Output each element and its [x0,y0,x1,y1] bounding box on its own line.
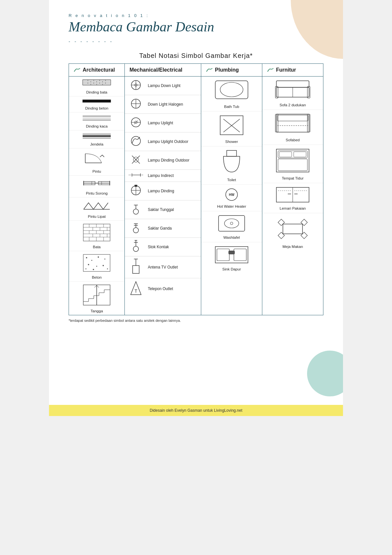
plumb-sink-dapur: Sink Dapur [201,242,262,274]
svg-marker-160 [278,232,285,239]
svg-rect-134 [234,249,246,261]
mech-lampu-uplight-outdoor: Lampu Uplight Outdoor [125,132,201,151]
arch-label-tangga: Tangga [72,309,121,313]
symbol-saklar-tunggal [128,202,144,217]
arch-pintu-sorong: Pintu Sorong [69,176,124,198]
symbol-lampu-uplight-outdoor [128,134,144,149]
mech-lampu-dinding-outdoor: Lampu Dinding Outdoor [125,151,201,170]
plumb-toilet: Toilet [201,147,262,185]
plumb-label-toilet: Toilet [203,178,260,182]
col-label-furniture: Furnitur [276,67,296,73]
mech-lampu-uplight: Lampu Uplight [125,114,201,132]
mech-label-stok-kontak: Stok Kontak [148,245,169,249]
furniture-column: Sofa 2 dudukan Sofabed [262,77,323,315]
mech-lampu-downlight: Lampu Down Light [125,77,201,95]
leaf-icon-arch [74,68,81,72]
mech-stok-kontak: Stok Kontak [125,238,201,256]
mech-label-lampu-indirect: Lampu Indirect [148,173,173,178]
furn-lemari-pakaian: Lemari Pakaian [262,183,323,213]
arch-label-pintu-lipat: Pintu Lipat [72,215,121,218]
svg-rect-20 [83,100,111,102]
plumb-label-shower: Shower [203,140,260,144]
header-subtitle: R e n o v a t i o n 1 0 1 : [69,13,323,18]
leaf-icon-plumb [206,68,213,72]
col-header-furniture: Furnitur [262,64,323,77]
svg-rect-149 [294,152,306,157]
furn-label-sofabed: Sofabed [264,138,321,142]
svg-point-64 [96,266,97,267]
svg-marker-158 [278,219,285,226]
mech-label-lampu-dinding: Lampu Dinding [148,189,174,193]
header-title: Membaca Gambar Desain [69,19,323,34]
footer-text: Didesain oleh Evelyn Gasman untuk Living… [150,408,242,413]
svg-text:HW: HW [229,193,235,197]
arch-label-pintu: Pintu [72,169,121,173]
arch-label-dinding-bata: Dinding bata [72,90,121,94]
mechanical-column: Lampu Down Light Down Light Halogen [125,77,201,315]
svg-point-66 [107,269,108,269]
plumb-bathtub: Bath Tub [201,77,262,112]
content-row: Dinding bata Dinding beton D [69,77,323,315]
arch-label-dinding-kaca: Dinding kaca [72,124,121,128]
col-label-plumbing: Plumbing [215,67,239,73]
svg-marker-159 [301,219,307,226]
svg-rect-118 [133,266,139,273]
plumb-label-bathtub: Bath Tub [203,105,260,109]
svg-rect-141 [276,114,309,132]
arch-jendela: Jendela [69,130,124,148]
arch-label-pintu-sorong: Pintu Sorong [72,191,121,195]
svg-point-131 [230,222,233,225]
furn-label-tempat-tidur: Tempat Tidur [264,176,321,180]
mech-label-saklar-ganda: Saklar Ganda [148,226,172,231]
furn-tempat-tidur: Tempat Tidur [262,145,323,183]
svg-text:T: T [135,288,138,294]
svg-rect-136 [276,81,309,87]
deco-bottom-right [307,351,343,396]
plumb-hot-water: HW Hot Water Heater [201,185,262,211]
furn-label-sofa2: Sofa 2 dudukan [264,103,321,107]
arch-pintu: Pintu [69,148,124,176]
main-table: Architectural Mechanical/Electrical Plum… [69,63,323,315]
col-label-mechanical: Mechanical/Electrical [129,67,182,73]
svg-marker-161 [301,232,307,239]
header-row: Architectural Mechanical/Electrical Plum… [69,64,323,77]
col-header-architectural: Architectural [69,64,125,77]
symbol-stok-kontak [128,240,144,254]
mech-lampu-indirect: Lampu Indirect [125,170,201,182]
arch-pintu-lipat: Pintu Lipat [69,198,124,221]
mech-label-lampu-uplight-outdoor: Lampu Uplight Outdoor [148,139,188,144]
mech-label-lampu-uplight: Lampu Uplight [148,121,173,125]
svg-rect-38 [83,224,110,241]
svg-point-104 [133,209,139,214]
symbol-lampu-dinding-outdoor [128,153,144,167]
furn-label-meja-makan: Meja Makan [264,245,321,249]
arch-tangga: Tangga [69,282,124,315]
leaf-icon-furn [267,68,274,72]
table-title: Tabel Notasi Simbol Gambar Kerja* [69,52,323,60]
svg-rect-145 [307,114,310,132]
svg-rect-146 [276,149,309,172]
mech-label-lampu-downlight: Lampu Down Light [148,83,180,88]
svg-rect-157 [283,224,302,234]
svg-point-62 [105,259,106,260]
svg-rect-129 [219,216,245,231]
mech-downlight-halogen: Down Light Halogen [125,95,201,114]
header-dots: - - - - - - - - [69,39,323,44]
mech-saklar-tunggal: Saklar Tunggal [125,200,201,219]
symbol-lampu-dinding [128,184,144,198]
plumb-label-washtafel: Washtafel [203,235,260,239]
footer-bar: Didesain oleh Evelyn Gasman untuk Living… [49,405,343,416]
symbol-lampu-indirect [128,172,144,180]
svg-point-59 [86,257,87,258]
svg-rect-126 [227,150,237,156]
arch-label-bata: Bata [72,245,121,249]
col-header-mechanical: Mechanical/Electrical [125,64,201,77]
page: R e n o v a t i o n 1 0 1 : Membaca Gamb… [49,0,343,416]
mech-label-downlight-halogen: Down Light Halogen [148,102,183,107]
svg-rect-148 [279,152,292,157]
svg-point-65 [103,265,104,266]
svg-point-67 [86,269,87,269]
header: R e n o v a t i o n 1 0 1 : Membaca Gamb… [69,13,323,44]
arch-dinding-bata: Dinding bata [69,77,124,96]
symbol-telepon: T [128,280,144,297]
